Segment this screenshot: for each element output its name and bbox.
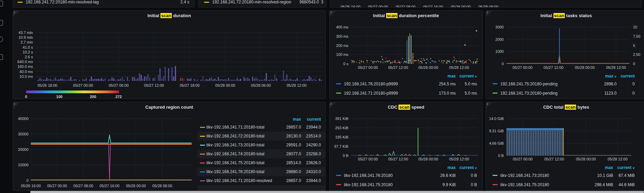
legend: maxcurrent∨tikv-192.168.241.73:2018010.1… [490,165,635,189]
x-axis-label: 05/27 00:00 [368,5,388,8]
legend-header-max[interactable]: max [432,74,456,79]
panel-title[interactable]: Initial scan duration percentile [330,13,482,18]
info-icon[interactable]: i [330,102,336,109]
title-highlight: scan [553,13,565,18]
x-axis-label: 05/28 12:00 [449,157,469,161]
panel-title[interactable]: Initial scan tasks status [486,13,644,18]
legend-header-current[interactable]: current∨ [613,165,635,170]
legend-header-max[interactable]: max [277,117,301,122]
sidebar-icon-fragment-bottom[interactable] [0,54,3,60]
panel-title[interactable]: Captured region count [13,105,325,110]
x-axis: 05/27 00:0005/27 12:0005/28 00:0005/28 1… [506,157,631,162]
legend-row: tikv-192.168.241.73:20180-total29591.024… [198,141,325,149]
legend-max-value: 28514.0 [277,160,301,165]
y-axis: 14.0 GiB9.31 GiB4.66 GiB0 B [486,119,504,156]
color-scale-tick: 272 [116,95,122,99]
legend: maxcurrent∨192.168.241.76:20180-p9999254… [334,73,479,98]
plot-area[interactable] [35,33,323,81]
title-highlight: scan [386,13,398,18]
panel-title[interactable]: CDC total scan bytes [486,105,644,110]
legend-series-label[interactable]: 192.168.241.71:20180-p9999 [344,91,432,96]
plot-area[interactable] [31,119,192,180]
info-icon[interactable]: i [330,11,336,17]
legend-series-label[interactable]: tikv-192.168.241.72:20180-total [206,134,277,138]
panel-initial-scan-tasks-status: i Initial scan tasks status 300020001000… [486,10,644,99]
panel-cdc-total-scan-bytes: i CDC total scan bytes 14.0 GiB9.31 GiB4… [486,102,644,191]
heatmap-color-scale-ticks: 0100200272 [26,95,119,99]
legend-header-current[interactable]: current∨ [456,165,477,170]
color-scale-tick: 200 [90,95,96,99]
series-color-dash [200,180,205,181]
legend-series-label[interactable]: tikv-192.168.241.71:20180-resolved [206,178,277,183]
legend-header-max[interactable]: max [432,165,456,170]
legend-series-label[interactable]: tikv-192.168.241.75:20180-total [206,160,277,165]
plot-area[interactable] [506,119,631,156]
info-icon[interactable]: i [486,11,492,17]
plot-area[interactable] [351,27,478,64]
series-color-dash [336,175,341,176]
panel-time-axis-partial: 05/26 16:0005/27 00:0005/27 08:0005/27 1… [330,0,642,8]
legend-series-label[interactable]: 192.168.241.72:20180-min-resolved-lag [26,0,180,4]
x-axis-label: 05/28 08:00 [152,184,172,188]
panel-title[interactable]: Initial scan duration [13,13,325,18]
x-axis-label: 05/28 12:00 [608,157,628,161]
legend-series-label[interactable]: tikv-192.168.241.75:20180 [500,182,584,187]
y-axis-label: 30000 [18,132,28,136]
legend-header: max∨current [490,73,635,79]
y-axis-label: 2.6 s [25,55,33,59]
left-sidebar [0,0,9,193]
panel-title[interactable]: CDC scan speed [330,105,482,110]
legend-row: 192.168.241.73:20180-pending1123.00 [490,88,635,98]
y-axis-label: 195 KiB [335,135,348,139]
legend-max-value: 1123.0 [593,91,617,96]
legend-header-max[interactable]: max∨ [593,74,617,79]
legend-row: tikv-192.168.241.76:20180-total28660.024… [198,167,325,176]
title-highlight: scan [398,105,410,110]
y-axis-label: 0 B [498,154,504,158]
legend-series-label[interactable]: tikv-192.168.241.75:20180 [344,182,432,187]
legend-series-label[interactable]: 192.168.241.73:20180-pending [500,91,593,96]
legend-max-value: 2896.0 [593,82,617,86]
legend-row: 192.168.241.75:20180-pending2896.00 [490,79,635,88]
sidebar-icon-fragment-gear[interactable] [0,36,3,42]
legend-header-current[interactable]: current [301,117,321,122]
title-text: duration percentile [397,13,439,18]
legend-series-label[interactable]: 192.168.241.75:20180-pending [500,82,593,86]
info-icon[interactable]: i [13,11,20,17]
sidebar-icon-fragment-dashboards[interactable] [0,20,3,26]
legend-series-label[interactable]: tikv-192.168.241.74:20180-total [206,152,277,156]
plot-area[interactable] [506,27,630,64]
legend-header-max[interactable]: max [584,165,613,170]
y-axis-label: 293 KiB [335,126,348,130]
y-axis-label: 10 [633,25,637,29]
legend-series-label[interactable]: tikv-192.168.241.76:20180-total [206,169,277,174]
y-axis-label: 10.2 s [23,50,33,54]
y-axis-label: 5 [633,44,635,48]
legend-max-value: 173.0 ms [432,91,456,96]
legend-current-value: 0 B [456,173,477,178]
legend-current-value: 2.4 s [180,0,189,4]
legend-current-value: 24290.0 [301,143,321,147]
legend-series-label[interactable]: tikv-192.168.241.73:20180-total [206,143,277,147]
y-axis-label: 10000 [18,163,28,167]
series-color-dash [336,184,341,185]
legend-header-current[interactable]: current∨ [456,74,477,79]
x-axis-label: 05/27 12:00 [144,83,164,87]
x-axis: 05/26 16:0005/27 00:0005/27 08:0005/27 1… [31,184,192,189]
legend-series-label[interactable]: 192.168.241.76:20180-p9999 [344,82,432,86]
sidebar-icon-fragment-top[interactable] [0,1,3,7]
info-icon[interactable]: i [13,102,20,109]
legend-current-value: 67.4 MiB [613,173,635,178]
plot-area[interactable] [351,119,478,156]
legend-row: tikv-192.168.241.75:201809.9 KiB0 B [334,180,479,189]
x-axis-label: 05/28 08:00 [478,5,498,8]
legend-series-label[interactable]: tikv-192.168.241.76:20180 [344,173,432,178]
legend-header-current[interactable]: current [617,74,635,79]
legend-series-label[interactable]: 192.168.241.72:20180-min-resolved-region [212,0,299,4]
legend-current-value: 23626.0 [301,160,321,165]
legend-series-label[interactable]: tikv-192.168.241.73:20180 [500,173,584,178]
legend-series-label[interactable]: tikv-192.168.241.71:20180-total [206,125,277,130]
info-icon[interactable]: i [486,102,492,109]
horizontal-scrollbar[interactable] [30,191,644,193]
y-axis-label: 4.66 GiB [489,141,504,145]
